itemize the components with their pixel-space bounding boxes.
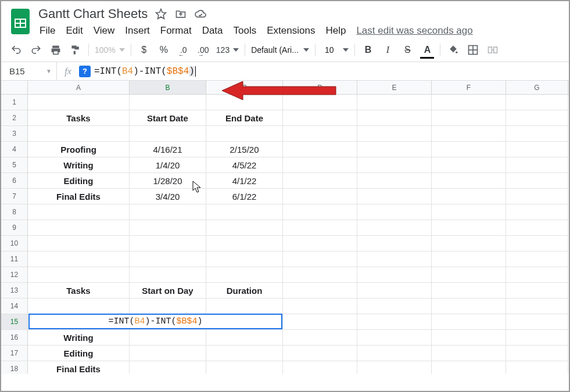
cell-E7[interactable] xyxy=(357,189,432,204)
italic-button[interactable]: I xyxy=(381,43,395,57)
row-header-1[interactable]: 1 xyxy=(1,95,28,110)
cell-B14[interactable] xyxy=(130,299,206,314)
cell-G13[interactable] xyxy=(506,283,568,299)
row-header-7[interactable]: 7 xyxy=(1,189,28,204)
cell-E8[interactable] xyxy=(357,204,432,220)
cell-D13[interactable] xyxy=(283,283,357,299)
cell-F5[interactable] xyxy=(432,157,506,173)
cell-C10[interactable] xyxy=(206,236,283,251)
cell-B8[interactable] xyxy=(130,204,206,220)
cell-D14[interactable] xyxy=(283,299,357,314)
cell-D5[interactable] xyxy=(283,157,357,173)
cell-C14[interactable] xyxy=(206,299,283,314)
strikethrough-button[interactable]: S xyxy=(400,43,414,57)
menu-extensions[interactable]: Extensions xyxy=(267,25,315,37)
cell-A12[interactable] xyxy=(28,267,130,283)
menu-tools[interactable]: Tools xyxy=(234,25,257,37)
cell-D17[interactable] xyxy=(283,346,357,361)
cell-E9[interactable] xyxy=(357,220,432,236)
cell-C11[interactable] xyxy=(206,251,283,267)
cell-D16[interactable] xyxy=(283,330,357,346)
cell-A7[interactable]: Final Edits xyxy=(28,189,130,204)
cell-A1[interactable] xyxy=(28,95,130,110)
col-header-C[interactable]: C xyxy=(206,81,283,94)
cell-F1[interactable] xyxy=(432,95,506,110)
cell-C3[interactable] xyxy=(206,126,283,142)
cell-B5[interactable]: 1/4/20 xyxy=(130,157,206,173)
cell-A15[interactable] xyxy=(28,314,130,330)
cell-C17[interactable] xyxy=(206,346,283,361)
cell-B10[interactable] xyxy=(130,236,206,251)
cell-E1[interactable] xyxy=(357,95,432,110)
cell-B15[interactable] xyxy=(130,314,206,330)
row-header-9[interactable]: 9 xyxy=(1,220,28,236)
zoom-select[interactable]: 100% xyxy=(95,45,125,55)
cell-A16[interactable]: Writing xyxy=(28,330,130,346)
cell-D10[interactable] xyxy=(283,236,357,251)
row-header-17[interactable]: 17 xyxy=(1,346,28,361)
cell-B17[interactable] xyxy=(130,346,206,361)
format-currency-button[interactable]: $ xyxy=(137,43,151,57)
formula-help-chip[interactable]: ? xyxy=(79,66,91,77)
spreadsheet-grid[interactable]: A B C D E F G 12TasksStart DateEnd Date3… xyxy=(1,81,569,374)
row-header-16[interactable]: 16 xyxy=(1,330,28,346)
cell-B2[interactable]: Start Date xyxy=(130,110,206,126)
cell-B18[interactable] xyxy=(130,361,206,374)
menu-edit[interactable]: Edit xyxy=(66,25,83,37)
cell-B11[interactable] xyxy=(130,251,206,267)
cell-G5[interactable] xyxy=(506,157,568,173)
cell-D7[interactable] xyxy=(283,189,357,204)
cell-A6[interactable]: Editing xyxy=(28,173,130,189)
cell-D11[interactable] xyxy=(283,251,357,267)
font-size-select[interactable]: 10 xyxy=(321,45,338,55)
cell-C16[interactable] xyxy=(206,330,283,346)
menu-data[interactable]: Data xyxy=(202,25,223,37)
row-header-14[interactable]: 14 xyxy=(1,299,28,314)
row-header-18[interactable]: 18 xyxy=(1,361,28,374)
cell-B3[interactable] xyxy=(130,126,206,142)
cell-D4[interactable] xyxy=(283,142,357,157)
col-header-D[interactable]: D xyxy=(283,81,357,94)
cell-F6[interactable] xyxy=(432,173,506,189)
cell-G8[interactable] xyxy=(506,204,568,220)
cell-F7[interactable] xyxy=(432,189,506,204)
cell-D6[interactable] xyxy=(283,173,357,189)
cell-E12[interactable] xyxy=(357,267,432,283)
cell-B9[interactable] xyxy=(130,220,206,236)
cell-E16[interactable] xyxy=(357,330,432,346)
cell-D2[interactable] xyxy=(283,110,357,126)
cell-E17[interactable] xyxy=(357,346,432,361)
formula-input[interactable]: =INT(B4)-INT($B$4) xyxy=(94,66,196,77)
cell-G1[interactable] xyxy=(506,95,568,110)
row-header-13[interactable]: 13 xyxy=(1,283,28,299)
fill-color-button[interactable] xyxy=(446,43,460,57)
cell-D1[interactable] xyxy=(283,95,357,110)
cell-E14[interactable] xyxy=(357,299,432,314)
cell-F4[interactable] xyxy=(432,142,506,157)
cell-E13[interactable] xyxy=(357,283,432,299)
move-folder-icon[interactable] xyxy=(174,8,187,20)
cell-D18[interactable] xyxy=(283,361,357,374)
row-header-6[interactable]: 6 xyxy=(1,173,28,189)
menu-format[interactable]: Format xyxy=(160,25,192,37)
cell-D12[interactable] xyxy=(283,267,357,283)
cell-E4[interactable] xyxy=(357,142,432,157)
cell-A2[interactable]: Tasks xyxy=(28,110,130,126)
font-family-select[interactable]: Default (Ari... xyxy=(251,45,309,55)
cell-F3[interactable] xyxy=(432,126,506,142)
cell-D3[interactable] xyxy=(283,126,357,142)
cell-E6[interactable] xyxy=(357,173,432,189)
star-icon[interactable] xyxy=(155,8,167,20)
cell-B16[interactable] xyxy=(130,330,206,346)
col-header-F[interactable]: F xyxy=(432,81,506,94)
cell-E18[interactable] xyxy=(357,361,432,374)
print-icon[interactable] xyxy=(49,43,63,57)
cell-C6[interactable]: 4/1/22 xyxy=(206,173,283,189)
cell-G16[interactable] xyxy=(506,330,568,346)
bold-button[interactable]: B xyxy=(361,43,375,57)
redo-icon[interactable] xyxy=(29,43,43,57)
cell-A3[interactable] xyxy=(28,126,130,142)
cell-G7[interactable] xyxy=(506,189,568,204)
cell-A13[interactable]: Tasks xyxy=(28,283,130,299)
cell-F2[interactable] xyxy=(432,110,506,126)
